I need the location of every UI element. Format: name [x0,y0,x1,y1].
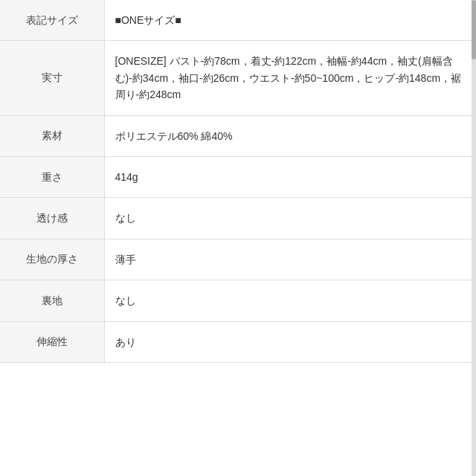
scrollbar-track[interactable] [472,0,476,476]
spec-value: あり [104,321,476,362]
page-container: 表記サイズ■ONEサイズ■実寸[ONESIZE] バスト-約78cm，着丈-約1… [0,0,476,476]
scrollbar-thumb[interactable] [472,0,476,60]
spec-label: 重さ [0,156,104,197]
spec-label: 素材 [0,115,104,156]
table-row: 実寸[ONESIZE] バスト-約78cm，着丈-約122cm，袖幅-約44cm… [0,41,476,115]
spec-value: 薄手 [104,239,476,280]
spec-value: ポリエステル60% 綿40% [104,115,476,156]
spec-table: 表記サイズ■ONEサイズ■実寸[ONESIZE] バスト-約78cm，着丈-約1… [0,0,476,363]
spec-value: [ONESIZE] バスト-約78cm，着丈-約122cm，袖幅-約44cm，袖… [104,41,476,115]
spec-label: 実寸 [0,41,104,115]
spec-label: 生地の厚さ [0,239,104,280]
table-row: 表記サイズ■ONEサイズ■ [0,0,476,41]
spec-label: 表記サイズ [0,0,104,41]
table-row: 伸縮性あり [0,321,476,362]
table-row: 裏地なし [0,280,476,321]
spec-label: 伸縮性 [0,321,104,362]
spec-value: なし [104,198,476,239]
spec-label: 透け感 [0,198,104,239]
spec-value: なし [104,280,476,321]
table-row: 素材ポリエステル60% 綿40% [0,115,476,156]
spec-value: 414g [104,156,476,197]
spec-value: ■ONEサイズ■ [104,0,476,41]
table-row: 透け感なし [0,198,476,239]
table-row: 生地の厚さ薄手 [0,239,476,280]
spec-label: 裏地 [0,280,104,321]
table-row: 重さ414g [0,156,476,197]
